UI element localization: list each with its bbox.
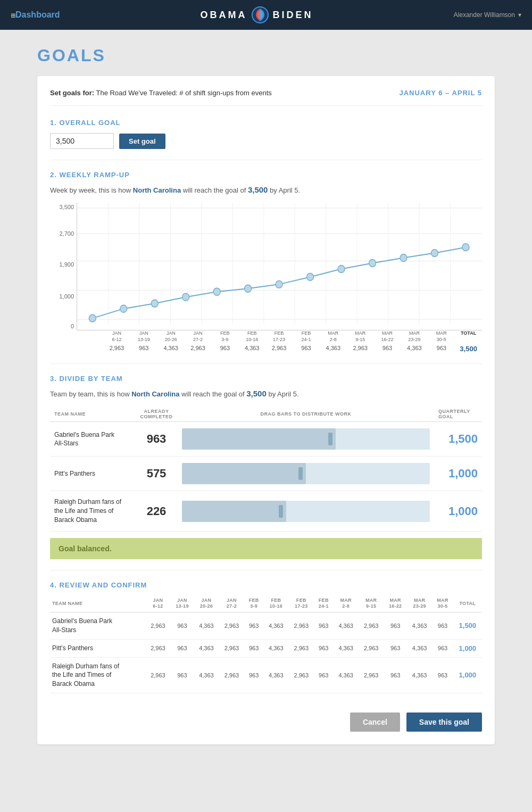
x-label-1: JAN13-19	[130, 330, 157, 343]
table-row: Gabriel's Buena ParkAll-Stars 963 1,500	[50, 422, 482, 457]
review-3-w10: 963	[384, 657, 406, 693]
team-desc-suffix: by April 5.	[268, 390, 298, 398]
x-label-9: MAR9-15	[347, 330, 374, 343]
x-label-5: FEB10-16	[238, 330, 265, 343]
review-3-w12: 963	[432, 657, 453, 693]
drag-handle-1[interactable]	[328, 433, 332, 445]
review-1-total: 1,500	[453, 612, 482, 640]
completed-2: 575	[135, 457, 178, 491]
review-th-w7: FEB24-1	[314, 595, 333, 612]
region-name: North Carolina	[133, 186, 181, 194]
goals-description-text: The Road We've Traveled: # of shift sign…	[96, 89, 271, 97]
review-3-w11: 4,363	[407, 657, 432, 693]
overall-goal-row: Set goal	[50, 133, 482, 149]
quarterly-1: 1,500	[434, 422, 482, 457]
x-val-5: 4,363	[238, 345, 265, 353]
x-val-6: 2,963	[265, 345, 293, 353]
drag-bar-3[interactable]	[182, 501, 430, 522]
review-table-header: TEAM NAME JAN6-12 JAN13-19 JAN20-26 JAN2…	[50, 595, 482, 612]
section2-title: 2. WEEKLY RAMP-UP	[50, 171, 482, 179]
x-val-10: 963	[374, 345, 401, 353]
review-1-w2: 4,363	[194, 612, 219, 640]
overall-goal-input[interactable]	[50, 133, 114, 149]
team-desc-prefix: Team by team, this is how	[50, 390, 130, 398]
drag-bar-2[interactable]	[182, 463, 430, 484]
review-1-w8: 4,363	[333, 612, 358, 640]
review-2-w8: 4,363	[333, 639, 358, 657]
y-label-2700: 2,700	[50, 230, 74, 237]
chart-point	[276, 280, 282, 288]
x-label-total: TOTAL	[455, 330, 482, 343]
review-2-w4: 963	[244, 639, 263, 657]
review-confirm-table: TEAM NAME JAN6-12 JAN13-19 JAN20-26 JAN2…	[50, 595, 482, 693]
th-completed: ALREADYCOMPLETED	[135, 407, 178, 422]
drag-bar-1[interactable]	[182, 428, 430, 450]
x-val-11: 4,363	[401, 345, 428, 353]
chart-point	[369, 260, 376, 267]
review-th-w10: MAR16-22	[384, 595, 406, 612]
bar-cell-3[interactable]	[178, 491, 434, 531]
review-1-w0: 2,963	[145, 612, 170, 640]
review-3-w1: 963	[171, 657, 194, 693]
set-goal-button[interactable]: Set goal	[119, 134, 165, 149]
drag-handle-3[interactable]	[279, 505, 283, 518]
team-name-2: Pitt's Panthers	[50, 457, 135, 491]
x-label-2: JAN20-26	[157, 330, 185, 343]
review-1-w12: 963	[432, 612, 453, 640]
review-1-w11: 4,363	[407, 612, 432, 640]
drag-bar-fill-1	[182, 428, 336, 450]
th-quarterly: QUARTERLY GOAL	[434, 407, 482, 422]
y-label-3500: 3,500	[50, 204, 74, 210]
team-name-3: Raleigh Durham fans ofthe Life and Times…	[50, 491, 135, 531]
user-menu[interactable]: Alexander Williamson ▾	[454, 11, 521, 19]
x-val-1: 963	[130, 345, 157, 353]
review-3-w7: 963	[314, 657, 333, 693]
set-goals-description: Set goals for: The Road We've Traveled: …	[50, 89, 272, 97]
chart-point	[89, 314, 96, 322]
x-val-12: 963	[428, 345, 455, 353]
review-2-w9: 2,963	[359, 639, 384, 657]
cancel-button[interactable]: Cancel	[350, 712, 400, 732]
save-goal-button[interactable]: Save this goal	[406, 712, 482, 732]
x-val-3: 2,963	[185, 345, 212, 353]
action-bar: Cancel Save this goal	[50, 704, 482, 732]
review-3-w9: 2,963	[359, 657, 384, 693]
chart-point	[120, 305, 127, 312]
review-th-w0: JAN6-12	[145, 595, 170, 612]
chart-point	[245, 285, 252, 292]
drag-handle-2[interactable]	[298, 467, 303, 480]
x-val-total: 3,500	[455, 345, 482, 353]
review-2-w7: 963	[314, 639, 333, 657]
divider3	[50, 570, 482, 570]
chart-svg	[77, 203, 482, 330]
review-2-w0: 2,963	[145, 639, 170, 657]
review-th-team: TEAM NAME	[50, 595, 145, 612]
table-row: Pitt's Panthers 2,963 963 4,363 2,963 96…	[50, 639, 482, 657]
review-2-w1: 963	[171, 639, 194, 657]
drag-bar-fill-2	[182, 463, 306, 484]
review-1-w6: 2,963	[289, 612, 314, 640]
chart-point	[307, 273, 314, 280]
x-val-8: 4,363	[320, 345, 347, 353]
review-th-w9: MAR9-15	[359, 595, 384, 612]
weekly-desc: Week by week, this is how North Carolina…	[50, 185, 482, 194]
desc-suffix: by April 5.	[270, 186, 300, 194]
table-row: Raleigh Durham fans ofthe Life and Times…	[50, 491, 482, 531]
dashboard-logo[interactable]: ⊞Dashboard	[11, 10, 60, 20]
completed-3: 226	[135, 491, 178, 531]
chart-wrapper: 3,500 2,700 1,900 1,000 0	[50, 203, 482, 353]
section1-title: 1. OVERALL GOAL	[50, 119, 482, 127]
team-goal-num: 3,500	[246, 389, 267, 398]
x-val-0: 2,963	[103, 345, 130, 353]
drag-bar-fill-3	[182, 501, 286, 522]
quarterly-2: 1,000	[434, 457, 482, 491]
bar-cell-1[interactable]	[178, 422, 434, 457]
dropdown-icon: ▾	[518, 11, 521, 19]
team-region: North Carolina	[131, 390, 179, 398]
review-team-3: Raleigh Durham fans ofthe Life and Times…	[50, 657, 145, 693]
team-name-1: Gabriel's Buena ParkAll-Stars	[50, 422, 135, 457]
review-1-w10: 963	[384, 612, 406, 640]
x-label-12: MAR30-5	[428, 330, 455, 343]
section4-title: 4. REVIEW AND CONFIRM	[50, 581, 482, 589]
bar-cell-2[interactable]	[178, 457, 434, 491]
